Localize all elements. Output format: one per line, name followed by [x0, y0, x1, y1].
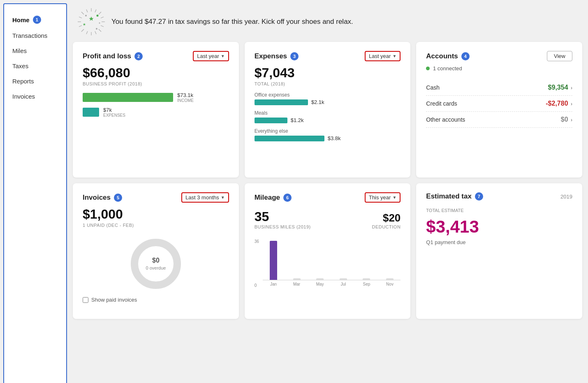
- expenses-sublabel: TOTAL (2018): [255, 81, 401, 86]
- expense-bar: [83, 108, 99, 117]
- x-label-may: May: [309, 282, 331, 286]
- expenses-title: Expenses: [255, 52, 287, 60]
- cards-grid: Profit and loss 2 Last year ▼ $66,080 BU…: [73, 42, 582, 319]
- banner: You found $47.27 in tax savings so far t…: [73, 4, 582, 42]
- chevron-down-icon: ▼: [221, 54, 225, 58]
- svg-line-5: [99, 29, 101, 32]
- accounts-connected: 1 connected: [426, 65, 572, 72]
- meals-label: Meals: [255, 110, 401, 116]
- estimated-tax-amount: $3,413: [426, 217, 572, 237]
- account-other-value: $0 ›: [561, 116, 572, 123]
- estimated-tax-total-label: TOTAL ESTIMATE: [426, 208, 572, 213]
- sidebar-item-taxes[interactable]: Taxes: [4, 58, 66, 74]
- bars-area: [263, 239, 401, 280]
- svg-line-9: [95, 9, 96, 12]
- sidebar-item-miles[interactable]: Miles: [4, 43, 66, 58]
- estimated-tax-year: 2019: [560, 194, 572, 200]
- mileage-header: Mileage 6 This year ▼: [255, 192, 401, 203]
- svg-point-17: [85, 15, 87, 16]
- profit-loss-amount: $66,080: [83, 65, 229, 81]
- accounts-header: Accounts 4 View: [426, 51, 572, 61]
- svg-line-4: [81, 12, 84, 14]
- estimated-tax-badge: 7: [475, 192, 483, 201]
- mileage-miles: 35: [255, 209, 311, 224]
- celebration-icon: [77, 7, 106, 36]
- donut-chart: $0 0 overdue: [127, 235, 185, 293]
- x-labels: JanMarMayJulSepNov: [263, 282, 401, 286]
- x-label-nov: Nov: [379, 282, 401, 286]
- svg-line-12: [79, 17, 82, 18]
- invoices-donut: $0 0 overdue: [83, 235, 229, 293]
- svg-line-6: [99, 12, 101, 14]
- expenses-dropdown[interactable]: Last year ▼: [365, 51, 400, 61]
- sidebar-item-invoices[interactable]: Invoices: [4, 89, 66, 104]
- expenses-badge: 3: [290, 52, 299, 60]
- invoices-card: Invoices 5 Last 3 months ▼ $1,000 1 UNPA…: [73, 183, 239, 319]
- mileage-bar-nov: [386, 278, 394, 280]
- expense-label: EXPENSES: [103, 113, 125, 118]
- svg-point-19: [99, 23, 100, 24]
- invoices-dropdown[interactable]: Last 3 months ▼: [181, 192, 229, 203]
- sidebar-item-reports[interactable]: Reports: [4, 74, 66, 89]
- chevron-right-icon: ›: [571, 117, 572, 123]
- account-cash-row: Cash $9,354 ›: [426, 80, 572, 96]
- accounts-badge: 4: [461, 52, 470, 60]
- sidebar-item-home[interactable]: Home 1: [4, 12, 66, 28]
- accounts-card: Accounts 4 View 1 connected Cash $9,354 …: [416, 42, 582, 178]
- svg-point-18: [96, 28, 97, 30]
- mileage-chart: 36 0 JanMarMayJulSepNov: [255, 239, 401, 297]
- account-cash-value: $9,354 ›: [548, 84, 572, 91]
- account-credit-row: Credit cards -$2,780 ›: [426, 96, 572, 112]
- sidebar-item-label: Transactions: [12, 32, 47, 39]
- sidebar-item-label: Reports: [12, 78, 34, 85]
- sidebar-item-label: Invoices: [12, 93, 35, 100]
- other-bar: [255, 136, 324, 141]
- show-paid-label: Show paid invoices: [91, 297, 137, 303]
- invoices-amount: $1,000: [83, 207, 229, 222]
- show-paid-checkbox[interactable]: [83, 297, 88, 303]
- svg-line-15: [101, 25, 104, 27]
- office-value: $2.1k: [311, 99, 324, 105]
- account-other-name: Other accounts: [426, 116, 465, 123]
- mileage-bar-mar: [293, 278, 301, 280]
- x-label-sep: Sep: [356, 282, 377, 286]
- chart-ymin: 0: [255, 283, 257, 288]
- invoices-sublabel: 1 UNPAID (Dec - Feb): [83, 223, 229, 228]
- mileage-bar-jan: [270, 241, 277, 280]
- expense-other: Everything else $3.8k: [255, 128, 401, 141]
- profit-loss-header: Profit and loss 2 Last year ▼: [83, 51, 229, 61]
- mileage-deduction: $20: [372, 212, 400, 224]
- svg-line-8: [86, 9, 88, 12]
- account-credit-name: Credit cards: [426, 100, 457, 107]
- star-icon: [89, 16, 94, 21]
- show-paid-row: Show paid invoices: [83, 297, 229, 303]
- estimated-tax-due: Q1 payment due: [426, 239, 572, 245]
- chevron-right-icon: ›: [571, 85, 572, 91]
- x-label-jul: Jul: [332, 282, 354, 286]
- mileage-dropdown[interactable]: This year ▼: [365, 192, 400, 203]
- accounts-view-button[interactable]: View: [547, 51, 572, 61]
- account-credit-value: -$2,780 ›: [546, 100, 572, 107]
- other-value: $3.8k: [328, 135, 341, 141]
- mileage-bar-may: [316, 278, 324, 280]
- estimated-tax-card: Estimated tax 7 2019 TOTAL ESTIMATE $3,4…: [416, 183, 582, 319]
- sidebar-item-label: Home: [12, 16, 30, 23]
- chevron-down-icon: ▼: [392, 195, 396, 200]
- sidebar-badge-home: 1: [33, 16, 41, 24]
- chart-ymax: 36: [255, 239, 259, 244]
- expenses-amount: $7,043: [255, 65, 401, 81]
- invoices-badge: 5: [114, 194, 122, 202]
- sidebar-item-transactions[interactable]: Transactions: [4, 28, 66, 43]
- profit-loss-badge: 2: [134, 52, 143, 60]
- profit-loss-card: Profit and loss 2 Last year ▼ $66,080 BU…: [73, 42, 239, 178]
- profit-loss-dropdown[interactable]: Last year ▼: [193, 51, 229, 61]
- estimated-tax-title: Estimated tax: [426, 192, 472, 201]
- svg-text:$0: $0: [152, 257, 160, 264]
- expenses-card: Expenses 3 Last year ▼ $7,043 TOTAL (201…: [245, 42, 411, 178]
- invoices-header: Invoices 5 Last 3 months ▼: [83, 192, 229, 203]
- income-bar: [83, 93, 173, 102]
- expense-meals: Meals $1.2k: [255, 110, 401, 123]
- mileage-card: Mileage 6 This year ▼ 35 BUSINESS MILES …: [245, 183, 411, 319]
- profit-loss-title: Profit and loss: [83, 52, 131, 60]
- sidebar: Home 1 Transactions Miles Taxes Reports …: [3, 3, 67, 383]
